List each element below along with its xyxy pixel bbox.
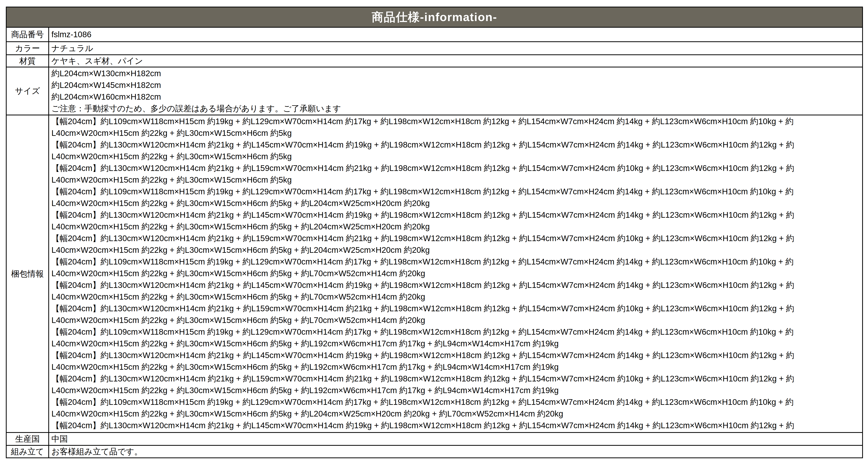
packing-line: L40cm×W20cm×H15cm 約22kg + 約L30cm×W15cm×H… [52,408,862,420]
packing-line: 【幅204cm】約L130cm×W120cm×H14cm 約21kg + 約L1… [52,373,862,384]
color-label: カラー [7,42,48,54]
size-line: 約L204cm×W145cm×H182cm [52,79,862,91]
packing-line: L40cm×W20cm×H15cm 約22kg + 約L30cm×W15cm×H… [52,127,862,139]
packing-line: L40cm×W20cm×H15cm 約22kg + 約L30cm×W15cm×H… [52,338,862,349]
size-value: 約L204cm×W130cm×H182cm約L204cm×W145cm×H182… [49,67,862,115]
size-line: 約L204cm×W160cm×H182cm [52,91,862,103]
packing-line: 【幅204cm】約L130cm×W120cm×H14cm 約21kg + 約L1… [52,420,862,431]
packing-line: L40cm×W20cm×H15cm 約22kg + 約L30cm×W15cm×H… [52,151,862,163]
size-line: ご注意：手動採寸のため、多少の誤差はある場合があります。ご了承願います [52,103,862,114]
material-value: ケヤキ、スギ材、パイン [49,55,862,67]
spec-table: 商品仕様-information- 商品番号 fslmz-1086 カラー ナチ… [6,7,863,458]
row-size: サイズ 約L204cm×W130cm×H182cm約L204cm×W145cm×… [7,67,862,115]
packing-line: L40cm×W20cm×H15cm 約22kg + 約L30cm×W15cm×H… [52,174,862,186]
packing-line: 【幅204cm】約L130cm×W120cm×H14cm 約21kg + 約L1… [52,349,862,361]
material-label: 材質 [7,55,48,67]
packing-line: L40cm×W20cm×H15cm 約22kg + 約L30cm×W15cm×H… [52,314,862,326]
packing-line: 【幅204cm】約L109cm×W118cm×H15cm 約19kg + 約L1… [52,396,862,408]
packing-line: L40cm×W20cm×H15cm 約22kg + 約L30cm×W15cm×H… [52,291,862,303]
size-label: サイズ [7,67,48,115]
packing-line: 【幅204cm】約L109cm×W118cm×H15cm 約19kg + 約L1… [52,256,862,268]
packing-line: 【幅204cm】約L130cm×W120cm×H14cm 約21kg + 約L1… [52,233,862,244]
packing-line: L40cm×W20cm×H15cm 約22kg + 約L30cm×W15cm×H… [52,361,862,373]
packing-line: L40cm×W20cm×H15cm 約22kg + 約L30cm×W15cm×H… [52,221,862,233]
country-label: 生産国 [7,433,48,445]
packing-line: 【幅204cm】約L130cm×W120cm×H14cm 約21kg + 約L1… [52,163,862,174]
packing-line: 【幅204cm】約L109cm×W118cm×H15cm 約19kg + 約L1… [52,116,862,127]
packing-line: 【幅204cm】約L109cm×W118cm×H15cm 約19kg + 約L1… [52,186,862,198]
packing-line: 【幅204cm】約L130cm×W120cm×H14cm 約21kg + 約L1… [52,209,862,221]
packing-line: 【幅204cm】約L130cm×W120cm×H14cm 約21kg + 約L1… [52,303,862,314]
packing-label: 梱包情報 [7,115,48,432]
product-spec-page: 商品仕様-information- 商品番号 fslmz-1086 カラー ナチ… [0,0,868,467]
packing-line: L40cm×W20cm×H15cm 約22kg + 約L30cm×W15cm×H… [52,384,862,396]
row-item-number: 商品番号 fslmz-1086 [7,28,862,41]
packing-value: 【幅204cm】約L109cm×W118cm×H15cm 約19kg + 約L1… [49,115,862,432]
packing-line: 【幅204cm】約L130cm×W120cm×H14cm 約21kg + 約L1… [52,279,862,291]
row-material: 材質 ケヤキ、スギ材、パイン [7,55,862,67]
row-color: カラー ナチュラル [7,42,862,54]
table-title: 商品仕様-information- [7,7,862,27]
packing-line: L40cm×W20cm×H15cm 約22kg + 約L30cm×W15cm×H… [52,268,862,279]
row-assembly: 組み立て お客様組み立て品です。 [7,446,862,458]
packing-line: L40cm×W20cm×H15cm 約22kg + 約L30cm×W15cm×H… [52,198,862,209]
country-value: 中国 [49,433,862,445]
assembly-value: お客様組み立て品です。 [49,446,862,458]
packing-line: 【幅204cm】約L130cm×W120cm×H14cm 約21kg + 約L1… [52,139,862,151]
assembly-label: 組み立て [7,446,48,458]
color-value: ナチュラル [49,42,862,54]
packing-line: L40cm×W20cm×H15cm 約22kg + 約L30cm×W15cm×H… [52,244,862,256]
table-title-text: 商品仕様-information- [372,9,497,25]
size-line: 約L204cm×W130cm×H182cm [52,68,862,79]
row-country: 生産国 中国 [7,433,862,445]
item-number-label: 商品番号 [7,28,48,41]
row-packing: 梱包情報 【幅204cm】約L109cm×W118cm×H15cm 約19kg … [7,115,862,432]
item-number-value: fslmz-1086 [49,28,862,41]
packing-line: 【幅204cm】約L109cm×W118cm×H15cm 約19kg + 約L1… [52,326,862,338]
